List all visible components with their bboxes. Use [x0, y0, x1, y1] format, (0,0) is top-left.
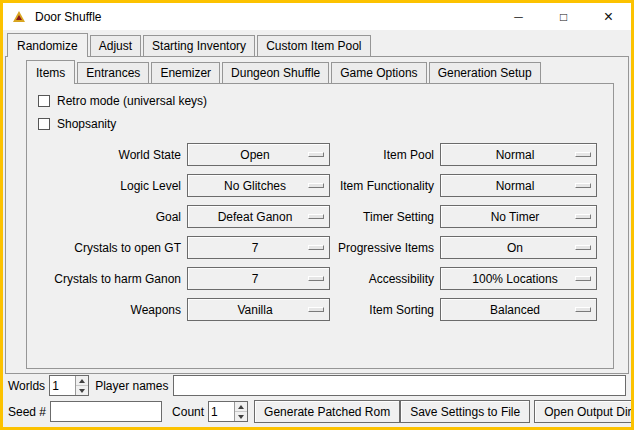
- goal-label: Goal: [32, 210, 187, 224]
- dropdown-indicator-icon: [308, 183, 324, 188]
- seed-row: Seed # Count Generate Patched Rom Save S…: [8, 400, 626, 423]
- weapons-dropdown[interactable]: Vanilla: [187, 298, 330, 321]
- player-names-label: Player names: [95, 379, 168, 393]
- dropdown-indicator-icon: [308, 245, 324, 250]
- subtab-generation-setup[interactable]: Generation Setup: [429, 62, 541, 83]
- item-functionality-dropdown[interactable]: Normal: [440, 174, 597, 197]
- spinner-buttons: [234, 402, 247, 421]
- crystals-harm-ganon-dropdown[interactable]: 7: [187, 267, 330, 290]
- dropdown-indicator-icon: [575, 183, 591, 188]
- close-button[interactable]: ×: [586, 3, 631, 30]
- item-pool-label: Item Pool: [330, 148, 440, 162]
- option-row: Goal Defeat Ganon Timer Setting No Timer: [32, 201, 613, 232]
- items-pane: Retro mode (universal keys) Shopsanity W…: [26, 83, 614, 369]
- progressive-items-label: Progressive Items: [330, 241, 440, 255]
- options-grid: World State Open Item Pool Normal Logic …: [32, 139, 613, 325]
- subtab-items[interactable]: Items: [26, 60, 75, 84]
- dropdown-value: Open: [188, 148, 308, 162]
- save-settings-button[interactable]: Save Settings to File: [400, 400, 530, 423]
- spin-up-icon[interactable]: [235, 402, 247, 411]
- minimize-icon: ─: [514, 11, 523, 23]
- option-row: Crystals to open GT 7 Progressive Items …: [32, 232, 613, 263]
- timer-setting-dropdown[interactable]: No Timer: [440, 205, 597, 228]
- tab-starting-inventory[interactable]: Starting Inventory: [143, 35, 255, 56]
- subtab-entrances[interactable]: Entrances: [77, 62, 149, 83]
- dropdown-indicator-icon: [308, 276, 324, 281]
- logic-level-label: Logic Level: [32, 179, 187, 193]
- app-icon: [11, 9, 27, 25]
- dropdown-indicator-icon: [575, 214, 591, 219]
- seed-label: Seed #: [8, 405, 46, 419]
- item-pool-dropdown[interactable]: Normal: [440, 143, 597, 166]
- accessibility-label: Accessibility: [330, 272, 440, 286]
- checkbox-label: Shopsanity: [57, 117, 116, 131]
- tab-randomize[interactable]: Randomize: [7, 33, 88, 57]
- logic-level-dropdown[interactable]: No Glitches: [187, 174, 330, 197]
- worlds-label: Worlds: [8, 379, 45, 393]
- checkbox-shopsanity[interactable]: Shopsanity: [38, 112, 613, 135]
- randomize-pane: Items Entrances Enemizer Dungeon Shuffle…: [5, 56, 629, 374]
- player-names-input[interactable]: [173, 375, 627, 396]
- accessibility-dropdown[interactable]: 100% Locations: [440, 267, 597, 290]
- dropdown-value: 7: [188, 241, 308, 255]
- world-state-dropdown[interactable]: Open: [187, 143, 330, 166]
- worlds-spinner[interactable]: [49, 375, 89, 396]
- dropdown-value: Normal: [441, 148, 575, 162]
- count-input[interactable]: [209, 402, 234, 421]
- goal-dropdown[interactable]: Defeat Ganon: [187, 205, 330, 228]
- sub-tabbar: Items Entrances Enemizer Dungeon Shuffle…: [26, 60, 628, 83]
- crystals-open-gt-label: Crystals to open GT: [32, 241, 187, 255]
- spinner-buttons: [75, 376, 88, 395]
- minimize-button[interactable]: ─: [496, 3, 541, 30]
- item-functionality-label: Item Functionality: [330, 179, 440, 193]
- dropdown-indicator-icon: [308, 214, 324, 219]
- checkbox-box[interactable]: [38, 118, 50, 130]
- main-tabbar: Randomize Adjust Starting Inventory Cust…: [7, 33, 631, 56]
- seed-input[interactable]: [50, 401, 162, 422]
- dropdown-indicator-icon: [308, 307, 324, 312]
- worlds-row: Worlds Player names: [8, 375, 626, 396]
- bottom-controls: Worlds Player names Seed # Count: [8, 375, 626, 423]
- door-shuffle-window: Door Shuffle ─ □ × Randomize Adjust Star…: [0, 0, 634, 430]
- count-spinner[interactable]: [208, 401, 248, 422]
- weapons-label: Weapons: [32, 303, 187, 317]
- option-row: Logic Level No Glitches Item Functionali…: [32, 170, 613, 201]
- dropdown-value: Balanced: [441, 303, 575, 317]
- world-state-label: World State: [32, 148, 187, 162]
- option-row: Weapons Vanilla Item Sorting Balanced: [32, 294, 613, 325]
- close-icon: ×: [604, 9, 613, 25]
- subtab-enemizer[interactable]: Enemizer: [151, 62, 220, 83]
- crystals-harm-ganon-label: Crystals to harm Ganon: [32, 272, 187, 286]
- window-controls: ─ □ ×: [496, 3, 631, 30]
- tab-custom-item-pool[interactable]: Custom Item Pool: [257, 35, 370, 56]
- titlebar[interactable]: Door Shuffle ─ □ ×: [3, 3, 631, 30]
- worlds-input[interactable]: [50, 376, 75, 395]
- spin-up-icon[interactable]: [76, 376, 88, 385]
- dropdown-value: On: [441, 241, 575, 255]
- dropdown-indicator-icon: [575, 245, 591, 250]
- dropdown-value: Normal: [441, 179, 575, 193]
- option-row: World State Open Item Pool Normal: [32, 139, 613, 170]
- dropdown-indicator-icon: [575, 152, 591, 157]
- item-sorting-label: Item Sorting: [330, 303, 440, 317]
- checkbox-retro-mode[interactable]: Retro mode (universal keys): [38, 89, 613, 112]
- open-output-directory-button[interactable]: Open Output Directory: [534, 400, 634, 423]
- generate-patched-rom-button[interactable]: Generate Patched Rom: [254, 400, 400, 423]
- subtab-game-options[interactable]: Game Options: [331, 62, 426, 83]
- tab-adjust[interactable]: Adjust: [90, 35, 141, 56]
- subtab-dungeon-shuffle[interactable]: Dungeon Shuffle: [222, 62, 329, 83]
- dropdown-value: 100% Locations: [441, 272, 575, 286]
- progressive-items-dropdown[interactable]: On: [440, 236, 597, 259]
- checkbox-label: Retro mode (universal keys): [57, 94, 207, 108]
- timer-setting-label: Timer Setting: [330, 210, 440, 224]
- spin-down-icon[interactable]: [235, 411, 247, 421]
- dropdown-indicator-icon: [308, 152, 324, 157]
- maximize-icon: □: [560, 11, 567, 23]
- checkbox-group: Retro mode (universal keys) Shopsanity: [27, 84, 613, 135]
- checkbox-box[interactable]: [38, 95, 50, 107]
- dropdown-value: Defeat Ganon: [188, 210, 308, 224]
- item-sorting-dropdown[interactable]: Balanced: [440, 298, 597, 321]
- spin-down-icon[interactable]: [76, 385, 88, 395]
- crystals-open-gt-dropdown[interactable]: 7: [187, 236, 330, 259]
- maximize-button[interactable]: □: [541, 3, 586, 30]
